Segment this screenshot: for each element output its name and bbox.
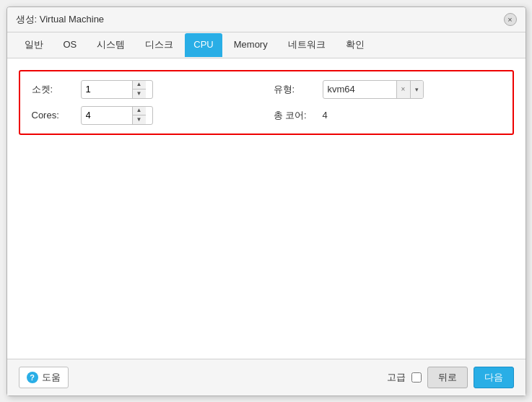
cpu-settings-box: 소켓: ▲ ▼ 유형: kvm64 × ▾ (19, 70, 514, 135)
tab-os[interactable]: OS (55, 33, 86, 57)
advanced-label: 고급 (387, 371, 406, 384)
type-select-value: kvm64 (323, 82, 396, 97)
virtual-machine-dialog: 생성: Virtual Machine × 일반 OS 시스템 디스크 CPU … (6, 6, 526, 396)
cores-spinner[interactable]: ▲ ▼ (81, 106, 153, 125)
type-select-container: kvm64 × ▾ (323, 80, 424, 99)
footer-right: 고급 뒤로 다음 (387, 367, 514, 388)
next-button[interactable]: 다음 (474, 367, 514, 388)
cores-row: Cores: ▲ ▼ (32, 106, 259, 125)
tab-cpu[interactable]: CPU (185, 33, 222, 57)
type-select-controls: × ▾ (396, 81, 423, 98)
socket-down-arrow[interactable]: ▼ (133, 89, 146, 98)
type-select[interactable]: kvm64 × ▾ (323, 80, 424, 99)
tab-bar: 일반 OS 시스템 디스크 CPU Memory 네트워크 확인 (7, 32, 526, 58)
total-cores-value: 4 (323, 110, 328, 121)
tab-system[interactable]: 시스템 (88, 32, 134, 58)
tab-memory[interactable]: Memory (225, 33, 276, 57)
cores-down-arrow[interactable]: ▼ (133, 115, 146, 124)
socket-up-arrow[interactable]: ▲ (133, 81, 146, 89)
cores-up-arrow[interactable]: ▲ (133, 107, 146, 115)
content-area: 소켓: ▲ ▼ 유형: kvm64 × ▾ (7, 58, 526, 359)
cores-input[interactable] (82, 108, 132, 123)
tab-confirm[interactable]: 확인 (337, 32, 373, 58)
type-label: 유형: (274, 83, 317, 96)
type-dropdown-button[interactable]: ▾ (410, 81, 423, 98)
help-button[interactable]: ? 도움 (19, 367, 69, 388)
footer: ? 도움 고급 뒤로 다음 (7, 359, 526, 396)
total-cores-row: 총 코어: 4 (274, 106, 501, 125)
socket-row: 소켓: ▲ ▼ (32, 80, 259, 99)
socket-label: 소켓: (32, 83, 75, 96)
tab-network[interactable]: 네트워크 (279, 32, 334, 58)
window-title: 생성: Virtual Machine (16, 13, 105, 26)
socket-arrows: ▲ ▼ (132, 81, 146, 98)
help-label: 도움 (42, 371, 61, 384)
tab-general[interactable]: 일반 (16, 32, 52, 58)
total-cores-label: 총 코어: (274, 109, 317, 122)
type-clear-button[interactable]: × (397, 81, 410, 98)
tab-disk[interactable]: 디스크 (136, 32, 182, 58)
advanced-checkbox[interactable] (411, 372, 422, 383)
close-button[interactable]: × (504, 13, 517, 26)
title-bar: 생성: Virtual Machine × (7, 7, 526, 32)
socket-spinner[interactable]: ▲ ▼ (81, 80, 153, 99)
type-row: 유형: kvm64 × ▾ (274, 80, 501, 99)
cores-arrows: ▲ ▼ (132, 107, 146, 124)
socket-input[interactable] (82, 82, 132, 97)
back-button[interactable]: 뒤로 (427, 367, 468, 388)
help-icon: ? (27, 372, 38, 383)
cores-label: Cores: (32, 110, 75, 121)
